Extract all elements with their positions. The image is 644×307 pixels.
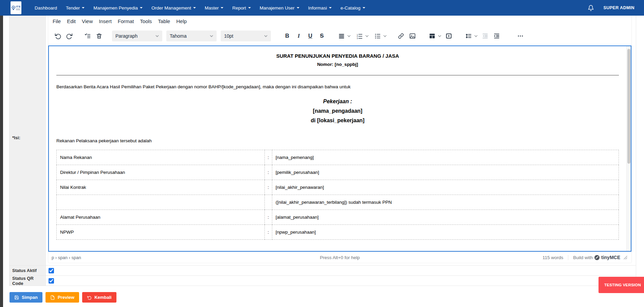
element-path[interactable]: p › span › span [52, 255, 81, 260]
isi-field: File Edit View Insert Format Tools Table… [46, 10, 636, 265]
editor-scrollbar[interactable] [626, 46, 631, 251]
nav-item-e-catalog[interactable]: e-Catalog [337, 3, 369, 13]
block-format-select[interactable]: Paragraph [112, 31, 162, 41]
chevron-down-icon [193, 7, 196, 10]
chevron-down-icon [347, 34, 351, 38]
media-button[interactable] [443, 31, 454, 41]
menubar-item-tools[interactable]: Tools [137, 17, 155, 25]
bell-icon [588, 5, 594, 11]
bullet-list-icon [374, 33, 381, 39]
doc-divider [56, 75, 619, 75]
chevron-down-icon [155, 34, 159, 38]
font-size-select[interactable]: 10pt [221, 31, 271, 41]
indent-button[interactable] [491, 31, 502, 41]
user-menu[interactable]: SUPER ADMIN [604, 5, 634, 10]
scrollbar-thumb[interactable] [627, 49, 630, 164]
checklist-button[interactable] [82, 31, 93, 41]
tinymce-branding-link[interactable]: Build with tinyMCE [568, 255, 620, 260]
nav-item-master[interactable]: Master [201, 3, 227, 13]
underline-button[interactable]: U [305, 31, 316, 41]
chevron-down-icon [297, 7, 299, 10]
outdent-button [480, 31, 491, 41]
statusbar-right: 115 words Build with tinyMCE [542, 255, 627, 260]
tinymce-logo-icon [594, 255, 600, 260]
editor-content[interactable]: SURAT PENUNJUKAN PENYEDIA BARANG / JASA … [49, 46, 626, 251]
brand-text: ITS [16, 5, 21, 8]
nav-item-manajemen-user[interactable]: Manajemen User [256, 3, 303, 13]
delete-button[interactable] [94, 31, 105, 41]
table-select[interactable] [425, 31, 443, 41]
resize-handle[interactable] [624, 256, 627, 259]
editor-toolbar: Paragraph Tahoma 10pt [48, 26, 631, 46]
form-row-status-aktif: Status Aktif [10, 265, 636, 275]
chevron-down-icon [221, 7, 223, 10]
menubar-item-view[interactable]: View [79, 17, 96, 25]
redo-button[interactable] [64, 31, 75, 41]
notifications-button[interactable] [588, 5, 594, 11]
form-row-isi: *Isi: File Edit View Insert Format Tools… [10, 10, 636, 265]
font-family-select[interactable]: Tahoma [166, 31, 217, 41]
nav-item-manajemen-penyedia[interactable]: Manajemen Penyedia [90, 3, 146, 13]
align-justify-icon [338, 33, 345, 39]
status-qr-label: Status QR Code [10, 276, 46, 286]
nav-item-dashboard[interactable]: Dashboard [31, 3, 61, 13]
svg-text:3: 3 [357, 37, 358, 39]
menubar-item-edit[interactable]: Edit [64, 17, 79, 25]
doc-table-row: Nilai Kontrak : [nilai_akhir_penawaran] [57, 180, 619, 195]
bullet-list-select[interactable] [371, 31, 388, 41]
chevron-down-icon [248, 7, 251, 10]
menubar-item-table[interactable]: Table [155, 17, 173, 25]
line-height-select[interactable] [462, 31, 479, 41]
link-button[interactable] [395, 31, 406, 41]
status-qr-checkbox[interactable] [49, 278, 54, 284]
menubar-item-help[interactable]: Help [173, 17, 190, 25]
menubar-item-file[interactable]: File [50, 17, 64, 25]
menubar-item-insert[interactable]: Insert [96, 17, 115, 25]
form-row-status-qr: Status QR Code [10, 275, 636, 286]
chevron-down-icon [438, 34, 441, 38]
undo-button[interactable] [52, 31, 63, 41]
nav-item-informasi[interactable]: Informasi [305, 3, 336, 13]
content-area: *Isi: File Edit View Insert Format Tools… [3, 10, 644, 303]
chevron-down-icon [383, 34, 387, 38]
its-logo-text: ITS [16, 5, 21, 10]
ordered-list-select[interactable]: 123 [353, 31, 370, 41]
bold-button[interactable]: B [282, 31, 293, 41]
doc-job-block: Pekerjaan : [nama_pengadaan] di [lokasi_… [56, 97, 619, 125]
checklist-icon [84, 32, 91, 39]
chevron-down-icon [264, 34, 268, 38]
doc-number-line: Nomor: [no_sppbj] [56, 62, 619, 67]
nav-item-tender[interactable]: Tender [62, 3, 88, 13]
top-navbar: ITS Dashboard Tender Manajemen Penyedia … [0, 0, 644, 16]
chevron-down-icon [365, 34, 369, 38]
menubar-item-format[interactable]: Format [115, 17, 137, 25]
save-icon [14, 295, 19, 300]
left-edge-strip [0, 0, 3, 307]
save-button[interactable]: Simpan [10, 292, 42, 303]
preview-button[interactable]: Preview [45, 292, 79, 303]
nav-item-report[interactable]: Report [228, 3, 255, 13]
back-button[interactable]: Kembali [82, 292, 116, 303]
strikethrough-button[interactable]: S [316, 31, 327, 41]
doc-title: SURAT PENUNJUKAN PENYEDIA BARANG / JASA [56, 53, 619, 59]
logo-sublines [16, 8, 21, 10]
pdf-file-icon [50, 295, 55, 300]
chevron-down-icon [82, 7, 85, 10]
doc-table-row: Alamat Perusahaan : [alamat_perusahaan] [57, 210, 619, 225]
doc-intro: Berdasarkan Berita Acara Hasil Pemilihan… [56, 84, 619, 89]
isi-label: *Isi: [10, 10, 46, 265]
image-icon [409, 33, 416, 39]
more-button[interactable] [515, 31, 526, 41]
wordcount-button[interactable]: 115 words [542, 255, 568, 260]
its-logo[interactable]: ITS [11, 1, 21, 14]
image-button[interactable] [407, 31, 418, 41]
richtext-editor: File Edit View Insert Format Tools Table… [48, 12, 632, 263]
doc-job-heading: Pekerjaan : [56, 97, 619, 106]
line-height-icon [465, 33, 472, 39]
outdent-icon [482, 33, 489, 39]
align-select[interactable] [335, 31, 352, 41]
nav-item-order-management[interactable]: Order Management [148, 3, 200, 13]
doc-vendor-intro: Rekanan Pelaksana pekerjaan tersebut ada… [56, 138, 619, 143]
status-aktif-checkbox[interactable] [49, 268, 54, 273]
italic-button[interactable]: I [293, 31, 304, 41]
